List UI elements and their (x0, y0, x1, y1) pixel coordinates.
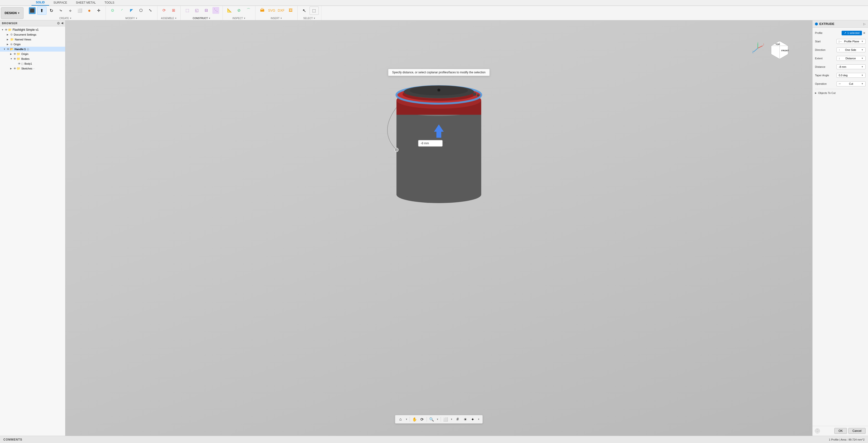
dropdown-view-btn[interactable]: ▼ (405, 416, 409, 423)
view-cube[interactable]: FRONT TOP (769, 40, 790, 62)
pan-btn[interactable]: ✋ (411, 416, 418, 423)
eye-icon[interactable]: 👁 (5, 28, 7, 31)
loft-btn[interactable]: ⟡ (66, 7, 75, 14)
move-btn[interactable]: ✛ (94, 7, 103, 14)
tab-tools[interactable]: TOOLS (100, 0, 119, 6)
tab-sheet-metal[interactable]: SHEET METAL (71, 0, 100, 6)
bodies-folder-icon: 📁 (17, 57, 20, 61)
chamfer-btn[interactable]: ◤ (127, 6, 136, 14)
display-dropdown-btn[interactable]: ▼ (450, 416, 454, 423)
scale-btn[interactable]: ⤡ (146, 6, 155, 14)
named-views-expand[interactable]: ▶ (7, 38, 10, 41)
tab-surface[interactable]: SURFACE (49, 0, 72, 6)
grid-btn[interactable]: # (454, 416, 461, 423)
select-group-caret[interactable]: ▼ (313, 17, 315, 19)
origin-label: Origin (13, 43, 21, 46)
fillet-btn[interactable]: ◜ (118, 6, 126, 14)
home-btn[interactable]: ⌂ (397, 416, 404, 423)
interference-btn[interactable]: ⊘ (235, 6, 243, 14)
browser-settings-icon[interactable]: ⚙ (57, 21, 60, 25)
tree-item-handle-origin[interactable]: ▶ 👁 📁 Origin (0, 52, 65, 56)
handle-origin-expand[interactable]: ▶ (10, 53, 13, 55)
midplane-btn[interactable]: ⊟ (202, 6, 211, 14)
sphere-btn[interactable]: ● (85, 7, 94, 14)
tree-item-doc-settings[interactable]: ▶ ⚙ Document Settings (0, 32, 65, 37)
cancel-button[interactable]: Cancel (848, 428, 866, 434)
direction-dropdown[interactable]: ↑ One Side ▼ (837, 48, 866, 52)
profile-clear-icon[interactable]: ✕ (863, 31, 866, 35)
design-button[interactable]: DESIGN ▼ (1, 7, 24, 19)
orbit-btn[interactable]: ⟳ (419, 416, 426, 423)
select-btn[interactable]: ↖ (300, 7, 309, 14)
assemble-group-caret[interactable]: ▼ (175, 17, 177, 19)
effects-dropdown-btn[interactable]: ▼ (477, 416, 481, 423)
box-btn[interactable]: ⬜ (75, 7, 84, 14)
tree-item-named-views[interactable]: ▶ 📁 Named Views (0, 37, 65, 42)
distance-dropdown[interactable]: -8 mm ▼ (837, 64, 866, 69)
insert-svg-btn[interactable]: SVG (268, 6, 276, 14)
operation-dropdown[interactable]: ✂ Cut ▼ (837, 81, 866, 87)
info-icon[interactable]: ⓘ (815, 429, 820, 433)
root-collapse-icon[interactable]: ▼ (1, 29, 5, 31)
sketches-expand[interactable]: ▶ (10, 67, 13, 70)
insert-dxf-btn[interactable]: DXF (277, 6, 285, 14)
decal-btn[interactable]: 🖼 (286, 6, 295, 14)
handle1-collapse[interactable]: ▼ (3, 48, 7, 50)
start-dropdown[interactable]: |→ Profile Plane ▼ (837, 39, 866, 44)
bodies-eye-icon[interactable]: 👁 (13, 57, 16, 60)
handle1-vis-icon[interactable]: ◎ (27, 48, 29, 51)
press-pull-btn[interactable]: ⊙ (108, 6, 117, 14)
doc-settings-expand[interactable]: ▶ (7, 33, 10, 36)
joint-btn[interactable]: ⟳ (160, 6, 168, 14)
tree-item-bodies[interactable]: ▼ 👁 📁 Bodies (0, 56, 65, 61)
new-component-btn[interactable]: ⬛ (28, 7, 37, 14)
extent-row: Extent ↕ Distance ▼ (815, 55, 866, 62)
plane-at-angle-btn[interactable]: ◱ (192, 6, 201, 14)
offset-plane-btn[interactable]: ⬚ (183, 6, 192, 14)
tab-solid[interactable]: SOLID (31, 0, 49, 6)
extrude-panel-expand-icon[interactable]: ▷ (863, 22, 866, 26)
display-mode-btn[interactable]: ⬜ (442, 416, 449, 423)
effects-btn[interactable]: ✦ (469, 416, 476, 423)
insert-mesh-btn[interactable]: 🏔 (258, 6, 267, 14)
insert-group-caret[interactable]: ▼ (280, 17, 282, 19)
curvature-btn[interactable]: ⌒ (244, 6, 253, 14)
tree-item-root[interactable]: ▼ 👁 📁 Flashlight Simple v1 (0, 27, 65, 32)
handle1-eye-icon[interactable]: 👁 (7, 48, 9, 51)
objects-to-cut-row[interactable]: ▶ Objects To Cut (815, 91, 866, 95)
extent-dropdown[interactable]: ↕ Distance ▼ (837, 56, 866, 61)
tree-item-handle1[interactable]: ▼ 👁 📂 Handle:1 ◎ (0, 47, 65, 52)
svg-point-14 (477, 94, 479, 97)
origin-expand[interactable]: ▶ (7, 43, 10, 45)
modify-group-caret[interactable]: ▼ (135, 17, 137, 19)
profile-selected-badge[interactable]: ↗ 1 selected (842, 31, 862, 35)
taper-angle-dropdown[interactable]: 0.0 deg ▼ (837, 73, 866, 78)
tree-item-origin[interactable]: ▶ ⊕ Origin (0, 42, 65, 47)
create-group-caret[interactable]: ▼ (70, 17, 72, 19)
bodies-collapse[interactable]: ▼ (10, 58, 13, 60)
sweep-btn[interactable]: ⤷ (57, 7, 65, 14)
body1-eye-icon[interactable]: 👁 (18, 62, 21, 65)
operation-row: Operation ✂ Cut ▼ (815, 81, 866, 87)
revolve-btn[interactable]: ↻ (47, 7, 56, 14)
construct-group-caret[interactable]: ▼ (209, 17, 211, 19)
handle-origin-eye-icon[interactable]: 👁 (13, 53, 16, 56)
browser-collapse-icon[interactable]: ◀ (61, 21, 63, 25)
zoom-btn[interactable]: 🔍 (428, 416, 435, 423)
zoom-dropdown-btn[interactable]: ▼ (436, 416, 440, 423)
as-built-joint-btn[interactable]: ⊞ (169, 6, 178, 14)
taper-angle-value: 0.0 deg (839, 74, 848, 77)
sketches-eye-icon[interactable]: 👁 (13, 67, 16, 70)
shadows-btn[interactable]: ☀ (462, 416, 469, 423)
toolbar-group-create: ⬛ ⬆ ↻ ⤷ ⟡ ⬜ ● (25, 6, 106, 20)
ok-button[interactable]: OK (834, 428, 847, 434)
inspect-group-caret[interactable]: ▼ (244, 17, 246, 19)
window-select-btn[interactable]: ⬚ (310, 6, 319, 15)
measure-btn[interactable]: 📐 (225, 6, 234, 14)
shell-btn[interactable]: ⬡ (136, 6, 145, 14)
plane-3pts-btn[interactable]: ⋱ (211, 6, 220, 14)
comments-bar-label[interactable]: COMMENTS (3, 438, 22, 441)
extrude-btn[interactable]: ⬆ (37, 6, 46, 15)
tree-item-body1[interactable]: 👁 ◻ Body1 (0, 61, 65, 66)
tree-item-sketches[interactable]: ▶ 👁 📁 Sketches ··· (0, 66, 65, 71)
